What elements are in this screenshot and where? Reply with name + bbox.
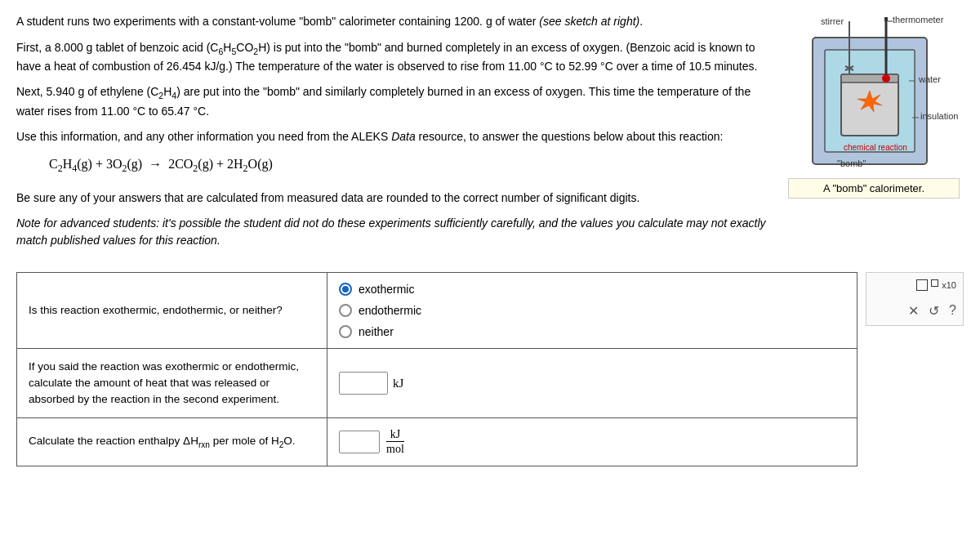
problem-text: A student runs two experiments with a co… (16, 13, 768, 257)
questions-table: Is this reaction exothermic, endothermic… (16, 272, 858, 467)
radio-endothermic[interactable] (339, 304, 352, 317)
question-3-label: Calculate the reaction enthalpy ΔHrxn pe… (17, 418, 327, 466)
q3-fraction-row: kJ mol (339, 428, 845, 456)
intro-paragraph: A student runs two experiments with a co… (16, 13, 768, 31)
experiment1-paragraph: First, a 8.000 g tablet of benzoic acid … (16, 39, 768, 76)
svg-point-7 (882, 74, 890, 83)
reaction-equation: C2H4(g) + 3O2(g) → 2CO2(g) + 2H2O(g) (49, 154, 768, 176)
q3-fraction: kJ mol (386, 428, 404, 456)
question-2-label: If you said the reaction was exothermic … (17, 348, 327, 418)
radio-option-endothermic[interactable]: endothermic (339, 304, 845, 317)
svg-text:chemical reaction: chemical reaction (844, 143, 907, 152)
table-row: Calculate the reaction enthalpy ΔHrxn pe… (17, 418, 858, 466)
toolbar-panel: x10 ✕ ↺ ? (866, 272, 964, 326)
q2-unit: kJ (393, 377, 403, 390)
diagram-caption: A "bomb" calorimeter. (788, 178, 960, 199)
svg-text:insulation: insulation (920, 111, 958, 121)
question-1-answer: exothermic endothermic neither (327, 272, 858, 348)
radio-group-q1: exothermic endothermic neither (339, 283, 845, 338)
q3-mol-label: mol (386, 443, 404, 455)
svg-text:thermometer: thermometer (893, 15, 944, 25)
q3-kj-label: kJ (390, 428, 400, 441)
questions-section: Is this reaction exothermic, endothermic… (16, 272, 964, 467)
toolbar-icons: ✕ ↺ ? (908, 303, 956, 319)
q2-input[interactable] (339, 372, 388, 395)
svg-rect-6 (884, 17, 888, 21)
close-icon[interactable]: ✕ (908, 303, 919, 319)
q3-numerator: kJ (390, 428, 400, 441)
q3-input[interactable] (339, 431, 380, 453)
question-2-answer: kJ (327, 348, 858, 418)
radio-option-neither[interactable]: neither (339, 325, 845, 338)
diagram-image: stirrer thermometer water insulation che… (788, 13, 960, 176)
radio-label-neither: neither (359, 325, 394, 338)
checkbox-small-icon (931, 279, 938, 287)
q2-input-group: kJ (339, 372, 845, 395)
question-3-answer: kJ mol (327, 418, 858, 466)
svg-text:stirrer: stirrer (821, 16, 844, 26)
experiment2-paragraph: Next, 5.940 g of ethylene (C2H4) are put… (16, 83, 768, 120)
radio-exothermic[interactable] (339, 283, 352, 296)
checkbox-large-icon (916, 279, 928, 291)
significant-digits-note: Be sure any of your answers that are cal… (16, 190, 768, 207)
radio-label-exothermic: exothermic (359, 283, 414, 296)
table-row: If you said the reaction was exothermic … (17, 348, 858, 418)
table-row: Is this reaction exothermic, endothermic… (17, 272, 858, 348)
radio-neither[interactable] (339, 325, 352, 338)
x10-label: x10 (942, 280, 956, 290)
advanced-note: Note for advanced students: it's possibl… (16, 215, 768, 249)
radio-option-exothermic[interactable]: exothermic (339, 283, 845, 296)
toolbar-top: x10 (916, 279, 956, 292)
instructions-paragraph: Use this information, and any other info… (16, 128, 768, 146)
question-1-label: Is this reaction exothermic, endothermic… (17, 272, 327, 348)
help-icon[interactable]: ? (949, 303, 956, 318)
radio-label-endothermic: endothermic (359, 304, 421, 317)
refresh-icon[interactable]: ↺ (929, 303, 939, 319)
svg-text:"bomb": "bomb" (837, 158, 866, 168)
calorimeter-diagram: stirrer thermometer water insulation che… (784, 13, 964, 257)
svg-text:water: water (918, 74, 941, 84)
q3-denominator: mol (386, 441, 404, 456)
